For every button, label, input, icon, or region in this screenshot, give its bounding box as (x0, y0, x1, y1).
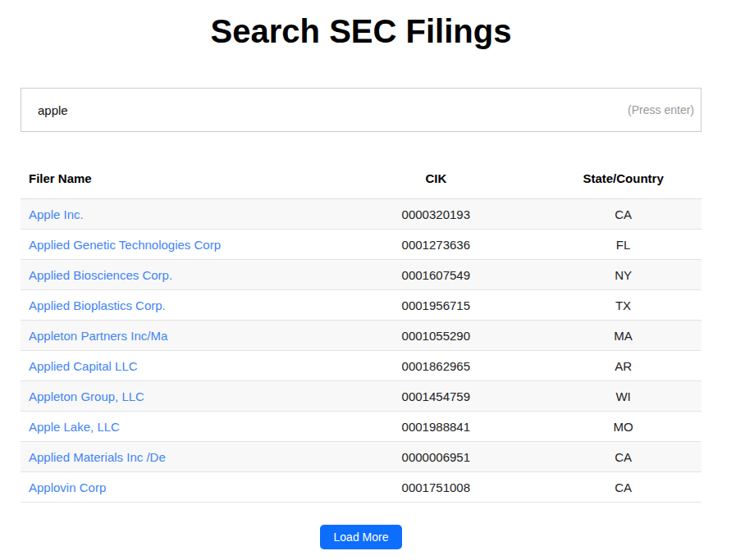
table-row: Applied Materials Inc /De 0000006951 CA (21, 442, 702, 472)
state-cell: TX (545, 290, 702, 321)
state-cell: CA (545, 442, 702, 472)
filer-link[interactable]: Applied Bioplastics Corp. (29, 298, 166, 312)
table-row: Appleton Group, LLC 0001454759 WI (21, 381, 702, 412)
cik-cell: 0001454759 (327, 381, 546, 412)
search-input[interactable] (21, 89, 628, 131)
results-body: Apple Inc. 0000320193 CA Applied Genetic… (21, 199, 702, 503)
page-title: Search SEC Filings (21, 0, 702, 51)
cik-cell: 0001273636 (327, 230, 546, 260)
cik-cell: 0000006951 (327, 442, 546, 472)
state-cell: NY (545, 260, 702, 290)
filer-link[interactable]: Appleton Partners Inc/Ma (29, 329, 167, 343)
load-more-button[interactable]: Load More (320, 525, 403, 549)
filer-link[interactable]: Applied Biosciences Corp. (29, 268, 172, 282)
search-box: (Press enter) (21, 88, 702, 132)
state-cell: CA (545, 472, 702, 503)
table-row: Applied Capital LLC 0001862965 AR (21, 351, 702, 381)
filer-link[interactable]: Applied Capital LLC (29, 359, 138, 373)
state-cell: WI (545, 381, 702, 412)
cik-cell: 0001956715 (327, 290, 546, 321)
header-filer-name: Filer Name (21, 159, 327, 199)
table-row: Applied Biosciences Corp. 0001607549 NY (21, 260, 702, 290)
table-row: Applovin Corp 0001751008 CA (21, 472, 702, 503)
cik-cell: 0001607549 (327, 260, 546, 290)
filer-link[interactable]: Applovin Corp (29, 480, 106, 494)
state-cell: FL (545, 230, 702, 260)
main-container: Search SEC Filings (Press enter) Filer N… (21, 0, 702, 549)
table-row: Apple Lake, LLC 0001988841 MO (21, 412, 702, 442)
filer-link[interactable]: Applied Genetic Technologies Corp (29, 238, 221, 252)
filer-link[interactable]: Appleton Group, LLC (29, 389, 144, 403)
filer-link[interactable]: Applied Materials Inc /De (29, 450, 166, 464)
table-row: Applied Genetic Technologies Corp 000127… (21, 230, 702, 260)
state-cell: MO (545, 412, 702, 442)
results-table: Filer Name CIK State/Country Apple Inc. … (21, 159, 702, 503)
header-state-country: State/Country (545, 159, 702, 199)
state-cell: MA (545, 321, 702, 351)
results-header: Filer Name CIK State/Country (21, 159, 702, 199)
cik-cell: 0001988841 (327, 412, 546, 442)
cik-cell: 0001055290 (327, 321, 546, 351)
cik-cell: 0001862965 (327, 351, 546, 381)
cik-cell: 0000320193 (327, 199, 546, 230)
table-row: Applied Bioplastics Corp. 0001956715 TX (21, 290, 702, 321)
cik-cell: 0001751008 (327, 472, 546, 503)
load-more-wrap: Load More (21, 525, 702, 549)
header-cik: CIK (327, 159, 546, 199)
table-row: Appleton Partners Inc/Ma 0001055290 MA (21, 321, 702, 351)
filer-link[interactable]: Apple Inc. (29, 207, 84, 221)
table-row: Apple Inc. 0000320193 CA (21, 199, 702, 230)
state-cell: AR (545, 351, 702, 381)
state-cell: CA (545, 199, 702, 230)
filer-link[interactable]: Apple Lake, LLC (29, 420, 120, 434)
search-hint: (Press enter) (628, 103, 701, 116)
